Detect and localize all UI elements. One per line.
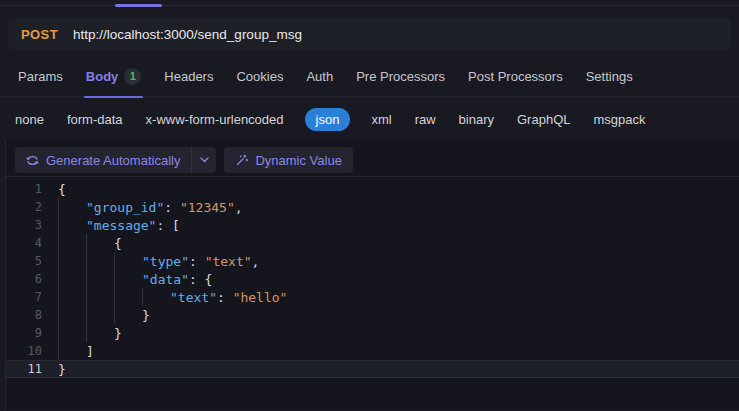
indent-guide <box>86 270 114 288</box>
tab-label: Settings <box>586 69 633 84</box>
sync-cycle-icon <box>26 155 39 166</box>
line-number: 10 <box>6 344 42 358</box>
request-section-tabs: Params Body 1 Headers Cookies Auth Pre P… <box>0 56 739 97</box>
tab-params[interactable]: Params <box>18 56 63 97</box>
body-type-none[interactable]: none <box>13 108 46 131</box>
chevron-down-icon <box>200 157 209 163</box>
indent-guide <box>114 270 142 288</box>
body-type-selector: none form-data x-www-form-urlencoded jso… <box>0 97 739 141</box>
tab-post-processors[interactable]: Post Processors <box>468 56 563 97</box>
indent-guide <box>58 306 86 324</box>
line-number: 6 <box>6 272 42 286</box>
url-input[interactable]: http://localhost:3000/send_group_msg <box>73 27 302 42</box>
indent-guide <box>114 252 142 270</box>
indent-guide <box>58 252 86 270</box>
line-number: 7 <box>6 290 42 304</box>
tab-headers[interactable]: Headers <box>164 56 213 97</box>
indent-guide <box>58 270 86 288</box>
indent-guide <box>114 288 142 306</box>
body-type-x-www-form-urlencoded[interactable]: x-www-form-urlencoded <box>144 108 286 131</box>
generate-automatically-button-group: Generate Automatically <box>15 147 216 173</box>
tab-label: Pre Processors <box>356 69 445 84</box>
dynamic-value-label: Dynamic Value <box>255 153 341 168</box>
line-number: 4 <box>6 236 42 250</box>
code-line[interactable]: 9 } <box>6 324 739 342</box>
code-line[interactable]: 10 ] <box>6 342 739 360</box>
indent-guide <box>58 234 86 252</box>
method-badge[interactable]: POST <box>8 27 73 42</box>
line-number: 3 <box>6 218 42 232</box>
tab-label: Cookies <box>236 69 283 84</box>
request-tabs-strip <box>0 0 739 6</box>
code-line[interactable]: 5 "type": "text", <box>6 252 739 270</box>
code-line[interactable]: 1 { <box>6 180 739 198</box>
body-type-msgpack[interactable]: msgpack <box>591 108 647 131</box>
generate-automatically-label: Generate Automatically <box>46 153 180 168</box>
indent-guide <box>86 324 114 342</box>
code-line[interactable]: 6 "data": { <box>6 270 739 288</box>
body-type-xml[interactable]: xml <box>369 108 393 131</box>
body-editor-pane: Generate Automatically <box>5 141 739 409</box>
indent-guide <box>58 342 86 360</box>
indent-guide <box>58 324 86 342</box>
line-number: 2 <box>6 200 42 214</box>
tab-label: Auth <box>306 69 333 84</box>
magic-wand-icon <box>235 154 248 167</box>
indent-guide <box>86 306 114 324</box>
code-line[interactable]: 8 } <box>6 306 739 324</box>
tab-label: Body <box>86 69 119 84</box>
json-code-editor[interactable]: 1 { 2 "group_id": "12345", 3 "message": … <box>6 176 739 378</box>
tab-label: Headers <box>164 69 213 84</box>
indent-guide <box>58 288 86 306</box>
line-number: 11 <box>6 362 42 376</box>
code-line[interactable]: 7 "text": "hello" <box>6 288 739 306</box>
generate-dropdown-toggle[interactable] <box>192 147 216 173</box>
code-line[interactable]: 4 { <box>6 234 739 252</box>
tab-pre-processors[interactable]: Pre Processors <box>356 56 445 97</box>
code-line[interactable]: 2 "group_id": "12345", <box>6 198 739 216</box>
tab-body[interactable]: Body 1 <box>86 56 142 97</box>
url-bar[interactable]: POST http://localhost:3000/send_group_ms… <box>8 19 731 50</box>
indent-guide <box>142 288 170 306</box>
generate-automatically-button[interactable]: Generate Automatically <box>15 147 191 173</box>
indent-guide <box>86 288 114 306</box>
tab-label: Params <box>18 69 63 84</box>
dynamic-value-button[interactable]: Dynamic Value <box>224 147 352 173</box>
line-number: 8 <box>6 308 42 322</box>
indent-guide <box>58 198 86 216</box>
active-request-tab-indicator <box>115 4 162 7</box>
indent-guide <box>58 216 86 234</box>
body-type-json[interactable]: json <box>305 108 351 131</box>
line-number: 9 <box>6 326 42 340</box>
body-type-graphql[interactable]: GraphQL <box>515 108 572 131</box>
body-type-raw[interactable]: raw <box>413 108 438 131</box>
indent-guide <box>86 252 114 270</box>
line-number: 5 <box>6 254 42 268</box>
tab-cookies[interactable]: Cookies <box>236 56 283 97</box>
code-line[interactable]: 3 "message": [ <box>6 216 739 234</box>
url-row: POST http://localhost:3000/send_group_ms… <box>0 6 739 56</box>
tab-auth[interactable]: Auth <box>306 56 333 97</box>
line-number: 1 <box>6 182 42 196</box>
body-type-form-data[interactable]: form-data <box>65 108 125 131</box>
indent-guide <box>114 306 142 324</box>
tab-settings[interactable]: Settings <box>586 56 633 97</box>
tab-label: Post Processors <box>468 69 563 84</box>
code-line-active[interactable]: 11 } <box>6 360 739 378</box>
body-count-badge: 1 <box>124 68 141 85</box>
api-client-window: POST http://localhost:3000/send_group_ms… <box>0 0 739 411</box>
indent-guide <box>86 234 114 252</box>
body-type-binary[interactable]: binary <box>457 108 496 131</box>
editor-toolbar: Generate Automatically <box>6 141 739 173</box>
